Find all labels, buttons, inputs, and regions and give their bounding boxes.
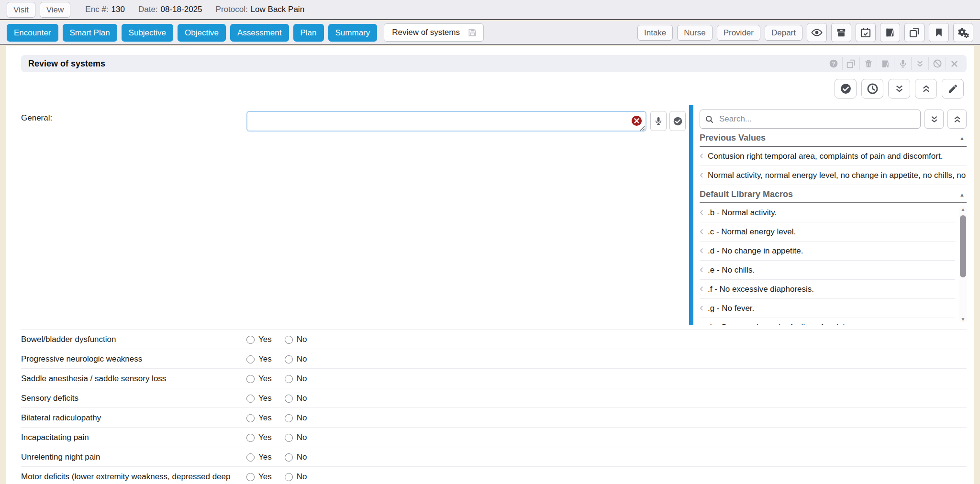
enc-value: 130 (111, 5, 125, 14)
tab-encounter[interactable]: Encounter (7, 24, 58, 42)
chevron-double-down-icon[interactable] (911, 57, 928, 70)
date-label: Date: (138, 5, 158, 14)
no-option[interactable]: No (285, 374, 307, 384)
collapse-triangle-icon[interactable]: ▲ (959, 192, 965, 198)
copy-icon[interactable] (842, 57, 859, 70)
no-option[interactable]: No (285, 354, 307, 364)
eye-button[interactable] (807, 23, 827, 42)
help-icon[interactable]: ? (825, 57, 842, 70)
tab-objective[interactable]: Objective (178, 24, 226, 42)
edit-button[interactable] (942, 79, 964, 99)
question-label: Progressive neurologic weakness (21, 353, 246, 364)
tab-plan[interactable]: Plan (293, 24, 324, 42)
tab-smart-plan[interactable]: Smart Plan (63, 24, 117, 42)
search-input[interactable] (718, 114, 915, 124)
default-library-macros-header[interactable]: Default Library Macros ▲ (700, 185, 967, 203)
question-label: Bilateral radiculopathy (21, 412, 246, 423)
view-button[interactable]: View (40, 2, 71, 18)
yes-option[interactable]: Yes (246, 394, 272, 403)
scroll-down-icon[interactable]: ▼ (959, 317, 967, 322)
yes-option[interactable]: Yes (246, 433, 272, 442)
no-radio[interactable] (285, 434, 293, 442)
collapse-triangle-icon[interactable]: ▲ (959, 135, 965, 141)
yes-radio[interactable] (246, 473, 255, 481)
resize-grip[interactable] (640, 126, 645, 131)
clock-icon (867, 83, 879, 95)
tab-subjective[interactable]: Subjective (122, 24, 173, 42)
macro-item[interactable]: ‹.c - Normal energy level. (700, 222, 955, 242)
yes-option[interactable]: Yes (246, 335, 272, 344)
question-row: Sensory deficits Yes No (21, 388, 967, 407)
bookmark-button[interactable] (929, 23, 949, 42)
yes-option[interactable]: Yes (246, 354, 272, 364)
scrollbar-thumb[interactable] (960, 215, 966, 277)
macro-text: .c - Normal energy level. (708, 227, 796, 237)
depart-button[interactable]: Depart (765, 25, 802, 41)
yes-radio[interactable] (246, 336, 255, 344)
dictate-button[interactable] (650, 111, 667, 131)
sidebar-collapse-all-button[interactable] (924, 110, 944, 129)
nurse-button[interactable]: Nurse (677, 25, 712, 41)
previous-value-item[interactable]: ‹ Contusion right temporal area, complai… (700, 147, 967, 166)
scroll-up-icon[interactable]: ▲ (959, 207, 967, 212)
macro-item[interactable]: ‹.g - No fever. (700, 299, 955, 318)
collapse-all-button[interactable] (888, 79, 910, 99)
trash-icon[interactable] (859, 57, 877, 70)
yes-radio[interactable] (246, 395, 255, 403)
yes-radio[interactable] (246, 453, 255, 462)
ban-icon[interactable] (928, 57, 946, 70)
tab-review-of-systems[interactable]: Review of systems (384, 23, 484, 42)
previous-value-item[interactable]: ‹ Normal activity, normal energy level, … (700, 166, 967, 185)
general-input[interactable] (246, 111, 646, 132)
no-radio[interactable] (285, 336, 293, 344)
close-icon[interactable] (946, 57, 963, 70)
book-icon[interactable] (877, 57, 894, 70)
microphone-icon[interactable] (894, 57, 911, 70)
no-option[interactable]: No (285, 335, 307, 344)
no-radio[interactable] (285, 473, 293, 481)
yes-radio[interactable] (246, 414, 255, 422)
history-button[interactable] (861, 79, 883, 99)
macro-sidebar: Previous Values ▲ ‹ Contusion right temp… (693, 105, 974, 325)
expand-all-button[interactable] (915, 79, 937, 99)
no-radio[interactable] (285, 414, 293, 422)
previous-values-header[interactable]: Previous Values ▲ (700, 129, 967, 147)
no-option[interactable]: No (285, 452, 307, 462)
macro-item[interactable]: ‹.d - No change in appetite. (700, 242, 955, 261)
yes-radio[interactable] (246, 355, 255, 363)
yes-radio[interactable] (246, 434, 255, 442)
yes-option[interactable]: Yes (246, 374, 272, 384)
no-option[interactable]: No (285, 433, 307, 442)
journal-button[interactable] (880, 23, 900, 42)
macro-item[interactable]: ‹.e - No chills. (700, 261, 955, 280)
confirm-button[interactable] (669, 111, 686, 131)
calendar-button[interactable] (856, 23, 876, 42)
yes-option[interactable]: Yes (246, 452, 272, 462)
no-radio[interactable] (285, 355, 293, 363)
no-option[interactable]: No (285, 472, 307, 482)
sidebar-expand-all-button[interactable] (947, 110, 967, 129)
no-radio[interactable] (285, 375, 293, 383)
tab-summary[interactable]: Summary (328, 24, 378, 42)
tab-assessment[interactable]: Assessment (230, 24, 289, 42)
yes-option[interactable]: Yes (246, 472, 272, 482)
archive-button[interactable] (831, 23, 851, 42)
microphone-icon (654, 116, 663, 126)
macro-scrollbar[interactable]: ▲ ▼ (959, 206, 967, 323)
macro-item[interactable]: ‹.f - No excessive diaphoresis. (700, 280, 955, 299)
provider-button[interactable]: Provider (717, 25, 760, 41)
visit-button[interactable]: Visit (7, 2, 35, 18)
copy-button[interactable] (904, 23, 924, 42)
yes-option[interactable]: Yes (246, 413, 272, 423)
no-option[interactable]: No (285, 413, 307, 423)
clear-circle-icon[interactable] (631, 115, 642, 126)
macro-item[interactable]: ‹.h - Does not have the feeling of malai… (700, 318, 955, 325)
macro-item[interactable]: ‹.b - Normal activity. (700, 203, 955, 222)
settings-button[interactable] (953, 23, 973, 42)
complete-button[interactable] (835, 79, 857, 99)
no-radio[interactable] (285, 453, 293, 462)
no-option[interactable]: No (285, 394, 307, 403)
yes-radio[interactable] (246, 375, 255, 383)
no-radio[interactable] (285, 395, 293, 403)
intake-button[interactable]: Intake (637, 25, 673, 41)
